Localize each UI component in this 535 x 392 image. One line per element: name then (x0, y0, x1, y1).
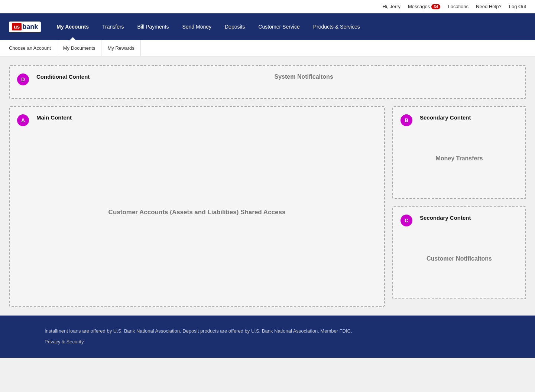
nav-item-my-accounts[interactable]: My Accounts (50, 13, 95, 40)
main-nav: usbank My Accounts Transfers Bill Paymen… (0, 13, 535, 40)
content-area: D Conditional Content System Notificaito… (0, 56, 535, 316)
messages-count-badge: 34 (431, 4, 440, 9)
messages-link[interactable]: Messages 34 (408, 4, 441, 9)
privacy-security-link[interactable]: Privacy & Security (45, 339, 84, 344)
logout-link[interactable]: Log Out (509, 4, 526, 9)
sub-nav: Choose an Account My Documents My Reward… (0, 40, 535, 56)
secondary-content-b-section: B Secondary Content Money Transfers (392, 106, 526, 199)
subnav-my-documents[interactable]: My Documents (57, 40, 102, 56)
secondary-b-label: Secondary Content (420, 114, 471, 121)
main-content-section: A Main Content Customer Accounts (Assets… (9, 106, 385, 307)
customer-accounts-title: Customer Accounts (Assets and Liabilitie… (17, 126, 377, 298)
logo-box: usbank (9, 22, 41, 32)
logo-us: us (12, 23, 22, 30)
conditional-content-badge: D (17, 74, 29, 85)
nav-item-bill-payments[interactable]: Bill Payments (131, 13, 176, 40)
secondary-b-badge: B (401, 114, 412, 126)
logo[interactable]: usbank (9, 22, 41, 32)
main-content-label: Main Content (36, 114, 72, 121)
system-notifications-title: System Notificaitons (90, 74, 518, 80)
nav-item-deposits[interactable]: Deposits (218, 13, 252, 40)
greeting: Hi, Jerry (383, 4, 401, 9)
footer: Installment loans are offered by U.S. Ba… (0, 316, 535, 358)
main-content-row: A Main Content Customer Accounts (Assets… (9, 106, 526, 307)
subnav-my-rewards[interactable]: My Rewards (101, 40, 140, 56)
system-notifications-section: D Conditional Content System Notificaito… (9, 65, 526, 99)
messages-label: Messages (408, 4, 430, 9)
customer-notifications-title: Customer Notificaitons (401, 226, 518, 291)
secondary-content-c-section: C Secondary Content Customer Notificaito… (392, 206, 526, 299)
nav-item-send-money[interactable]: Send Money (175, 13, 218, 40)
nav-item-products-services[interactable]: Products & Services (307, 13, 367, 40)
locations-link[interactable]: Locations (448, 4, 468, 9)
main-content-badge: A (17, 114, 29, 126)
nav-item-customer-service[interactable]: Customer Service (252, 13, 306, 40)
footer-disclaimer: Installment loans are offered by U.S. Ba… (45, 327, 490, 335)
utility-bar: Hi, Jerry Messages 34 Locations Need Hel… (0, 0, 535, 13)
nav-item-transfers[interactable]: Transfers (95, 13, 131, 40)
money-transfers-title: Money Transfers (401, 126, 518, 191)
logo-bank: bank (22, 23, 38, 31)
secondary-column: B Secondary Content Money Transfers C Se… (392, 106, 526, 307)
nav-items: My Accounts Transfers Bill Payments Send… (50, 13, 366, 40)
secondary-c-badge: C (401, 215, 412, 226)
subnav-choose-account[interactable]: Choose an Account (9, 40, 57, 56)
conditional-content-label: Conditional Content (36, 74, 90, 80)
need-help-link[interactable]: Need Help? (476, 4, 502, 9)
secondary-c-label: Secondary Content (420, 215, 471, 221)
